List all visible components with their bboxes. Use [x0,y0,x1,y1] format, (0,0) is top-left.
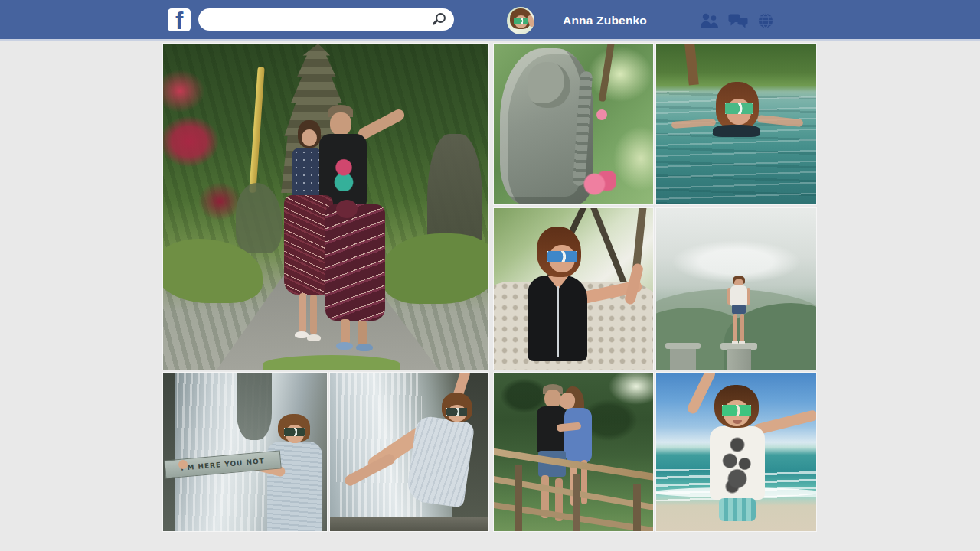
profile-name[interactable]: Anna Zubenko [563,0,647,41]
photo-temple-couple[interactable]: Couple in batik sarongs posing on a ston… [163,44,488,370]
photo-caption: Woman in a white tee and denim shorts st… [656,208,657,209]
photo-railing-kiss[interactable]: Couple kissing beside a rustic wooden ra… [494,373,653,531]
shirt-print-art [333,158,354,191]
photo-hilltop-pedestal[interactable]: Woman in a white tee and denim shorts st… [656,208,816,370]
bamboo-pole-art [249,67,264,193]
pink-flower-art [593,108,610,122]
sarong-knot-art [336,200,358,218]
photo-hanging-chair[interactable]: Woman in a black zip swimsuit lounging i… [494,208,653,370]
patterned-shorts-art [719,498,756,521]
zipper-art [557,286,559,357]
pedestal-art [727,349,751,370]
woman-dress-art [406,415,475,507]
photo-caption: Woman reclining on a rock ledge in front… [330,373,331,373]
rock-ledge-art [330,517,488,531]
woman-arm-art [686,373,717,416]
photo-caption: Couple in batik sarongs posing on a ston… [163,44,164,44]
railing-post-art [633,484,641,531]
globe-icon[interactable] [756,12,775,29]
branch-art [599,44,616,102]
pink-flower-art [583,171,616,195]
man-legs-art [341,319,350,344]
facebook-logo[interactable]: f [168,8,191,31]
figure-shoes-art [732,341,738,344]
figure-legs-art [733,314,737,343]
photo-caption: Woman in mirrored sunglasses swimming in… [656,44,657,44]
photo-caption: Woman in a white graphic tee and green s… [656,373,657,373]
grass-art [383,233,488,304]
woman-dress-art [564,408,592,463]
tee-graphic-art [720,434,754,494]
man-face-art [330,112,351,135]
blue-sunglasses-art [547,251,577,262]
photo-caption: Couple kissing beside a rustic wooden ra… [494,373,495,373]
man-pointing-arm-art [356,107,406,141]
pedestal-art [670,349,696,370]
woman-hand-art [178,460,188,469]
sunglasses-art [446,408,467,416]
stone-shrine-art [236,183,282,253]
chat-bubbles-icon[interactable] [728,12,748,29]
man-shoes-art [336,342,353,350]
friend-requests-icon[interactable] [700,12,720,29]
search-input[interactable] [209,8,423,31]
search-icon[interactable] [436,13,446,23]
wooden-sign-text: I'M HERE YOU NOT [181,457,265,472]
railing-post-art [515,465,522,531]
man-sarong-art [325,204,385,321]
photo-caption: Carved stone guardian statue among green… [494,44,495,44]
photo-beach-joy[interactable]: Woman in a white graphic tee and green s… [656,373,816,531]
avatar-sunglasses-art [514,18,528,24]
railing-post-art [573,474,580,531]
top-bar: f Anna Zubenko [0,0,980,41]
woman-legs-art [299,293,306,333]
mirrored-sunglasses-art [725,103,753,114]
photo-waterfall-recline[interactable]: Woman reclining on a rock ledge in front… [330,373,488,531]
facebook-f-glyph: f [175,8,183,31]
statue-head-art [528,62,570,108]
header-actions [700,0,775,41]
swimmer-shoulders-art [713,125,760,137]
photo-waterfall-sign[interactable]: I'M HERE YOU NOT Woman in a striped shir… [163,373,327,531]
woman-shoes-art [295,331,309,338]
man-head-art [544,390,561,408]
rock-art [163,373,175,531]
photo-grid: Couple in batik sarongs posing on a ston… [163,44,816,531]
photo-caption: Woman in a black zip swimsuit lounging i… [494,208,495,209]
rock-art [237,373,272,440]
green-sunglasses-art [722,405,751,416]
profile-avatar[interactable] [507,7,534,34]
woman-face-art [302,129,317,146]
pedestal-art [665,343,701,349]
photo-stone-statue[interactable]: Carved stone guardian statue among green… [494,44,653,204]
denim-shorts-art [732,305,746,314]
photo-pool-swim[interactable]: Woman in mirrored sunglasses swimming in… [656,44,816,204]
white-tee-art [730,285,747,306]
tree-trunk-art [684,44,699,86]
search-bar [198,8,454,31]
grass-art [263,355,400,370]
sunglasses-art [284,428,305,436]
